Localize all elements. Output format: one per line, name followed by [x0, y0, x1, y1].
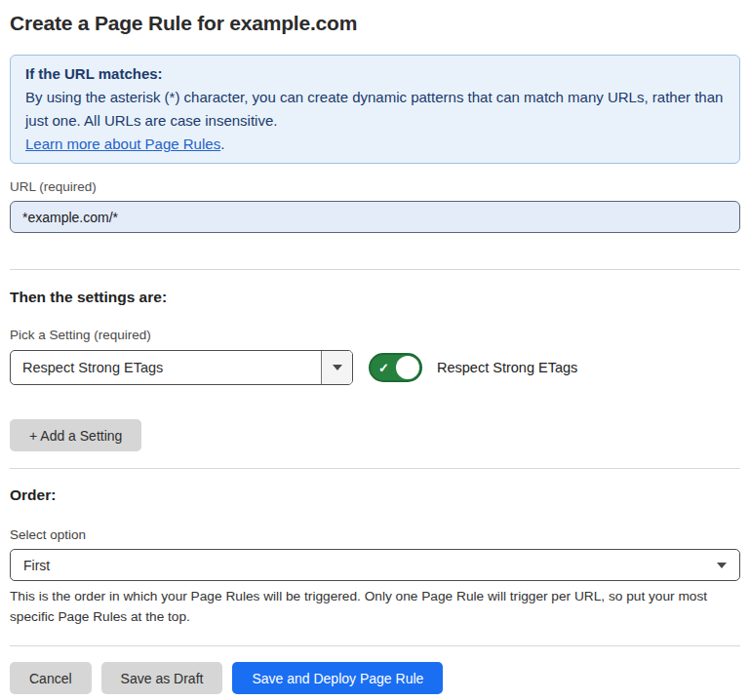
setting-select-value: Respect Strong ETags [11, 351, 321, 384]
order-select[interactable]: First [10, 549, 740, 581]
divider [10, 468, 740, 469]
order-section-heading: Order: [10, 486, 740, 504]
link-suffix: . [220, 136, 224, 152]
info-box-body: By using the asterisk (*) character, you… [25, 86, 725, 133]
order-help-text: This is the order in which your Page Rul… [10, 586, 740, 627]
save-as-draft-button[interactable]: Save as Draft [101, 662, 223, 694]
footer-actions: Cancel Save as Draft Save and Deploy Pag… [10, 662, 740, 694]
url-label: URL (required) [10, 179, 740, 194]
order-select-label: Select option [10, 527, 740, 542]
learn-more-link[interactable]: Learn more about Page Rules [25, 136, 220, 152]
divider [10, 645, 740, 646]
setting-select-arrow-button[interactable] [321, 351, 352, 384]
url-match-info-box: If the URL matches: By using the asteris… [10, 55, 740, 164]
divider [10, 269, 740, 270]
page-rule-form: Create a Page Rule for example.com If th… [0, 0, 750, 694]
setting-select[interactable]: Respect Strong ETags [10, 350, 353, 385]
chevron-down-icon [717, 563, 727, 568]
page-title: Create a Page Rule for example.com [10, 12, 740, 35]
toggle-knob [396, 356, 419, 379]
settings-section-heading: Then the settings are: [10, 289, 740, 306]
cancel-button[interactable]: Cancel [10, 662, 92, 694]
check-icon: ✓ [378, 362, 389, 374]
respect-strong-etags-toggle[interactable]: ✓ [369, 353, 422, 382]
order-select-value: First [23, 558, 50, 573]
info-box-link-line: Learn more about Page Rules. [25, 133, 725, 156]
toggle-label: Respect Strong ETags [437, 360, 577, 375]
save-and-deploy-button[interactable]: Save and Deploy Page Rule [232, 662, 443, 694]
chevron-down-icon [333, 365, 342, 370]
info-box-heading: If the URL matches: [25, 62, 725, 86]
pick-setting-label: Pick a Setting (required) [10, 328, 740, 342]
setting-controls-row: Respect Strong ETags ✓ Respect Strong ET… [10, 350, 740, 385]
url-input[interactable] [10, 201, 740, 233]
add-setting-button[interactable]: + Add a Setting [10, 419, 141, 451]
